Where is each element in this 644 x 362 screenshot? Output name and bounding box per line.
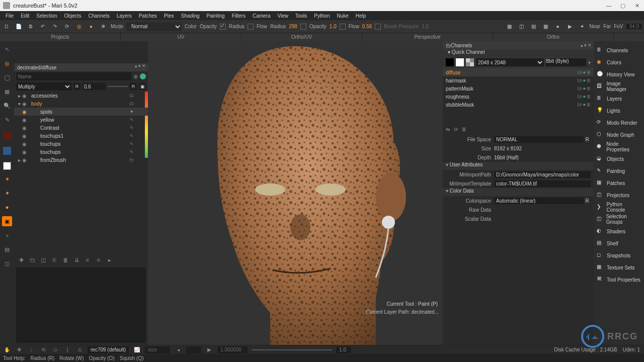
- add-tool-icon[interactable]: ＋: [2, 230, 12, 240]
- qc-swatch-white[interactable]: [456, 58, 464, 66]
- lock-icon[interactable]: ▣: [139, 83, 146, 90]
- warn-icon[interactable]: ⚠: [75, 346, 84, 354]
- layer-row-yellow[interactable]: yellow✎: [14, 116, 148, 124]
- layer-row-touchups1[interactable]: touchups1✎: [14, 132, 148, 140]
- opacity2-checkbox[interactable]: [300, 24, 306, 30]
- close-button[interactable]: ✕: [630, 0, 644, 11]
- tab-ortho-uv[interactable]: Ortho/UV: [242, 33, 362, 41]
- shelf-layers[interactable]: ≣Layers: [594, 93, 644, 105]
- orbit-icon[interactable]: ◇: [51, 346, 59, 354]
- white-swatch[interactable]: [3, 162, 11, 170]
- check-icon[interactable]: ▩: [541, 22, 550, 31]
- shelf-objects[interactable]: ◒Objects: [594, 153, 644, 165]
- down-icon[interactable]: ↓: [27, 346, 35, 354]
- menu-channels[interactable]: Channels: [85, 13, 113, 19]
- menu-painting[interactable]: Painting: [203, 13, 228, 19]
- qc-swatch-checker[interactable]: [466, 58, 474, 66]
- shelf-image-manager[interactable]: 🖼Image Manager: [594, 80, 644, 93]
- delete-layer-icon[interactable]: 🗑: [61, 257, 69, 263]
- mritemplate-value[interactable]: color-TM$UDIM.tif: [494, 180, 591, 187]
- end-frame-field[interactable]: 1.0: [336, 346, 351, 353]
- layer-row-touchups-a[interactable]: touchups✎: [14, 140, 148, 148]
- secondary-color-swatch[interactable]: [3, 147, 11, 155]
- flow2-checkbox[interactable]: [340, 24, 346, 30]
- chan-list-icon[interactable]: ≣: [462, 127, 466, 132]
- panel-close-icon[interactable]: ✕: [142, 63, 146, 68]
- layer-row-body[interactable]: ▾body🗀: [14, 100, 148, 108]
- menu-filters[interactable]: Filters: [228, 13, 249, 19]
- box-icon[interactable]: ◫: [2, 258, 12, 268]
- viewport-3d[interactable]: Current Tool : Paint (P) Current Layer P…: [148, 41, 443, 345]
- quick-channel-header[interactable]: ▾ Quick Channel: [443, 49, 594, 56]
- panel-menu-icon[interactable]: ▾: [138, 63, 141, 68]
- dot-icon[interactable]: ●: [87, 22, 96, 31]
- new-icon[interactable]: 🗋: [2, 22, 11, 31]
- qc-swatch-black[interactable]: [446, 58, 454, 66]
- pen-tool-icon[interactable]: ✎: [2, 115, 12, 125]
- mode-select[interactable]: Normal: [126, 22, 182, 31]
- menu-ptex[interactable]: Ptex: [160, 13, 178, 19]
- shelf-snapshots[interactable]: ◻Snapshots: [594, 249, 644, 261]
- filter-icon[interactable]: ≡: [95, 257, 103, 263]
- tab-projects[interactable]: Projects: [0, 33, 121, 41]
- cube-icon[interactable]: ▦: [505, 22, 514, 31]
- paint-tool-icon[interactable]: ▣: [2, 216, 12, 226]
- shelf-lights[interactable]: 💡Lights: [594, 105, 644, 117]
- cube3-icon[interactable]: ▤: [529, 22, 538, 31]
- channel-roughness[interactable]: roughness16●⊞: [443, 93, 594, 101]
- size-select-bottom[interactable]: size: [145, 346, 170, 353]
- speed-field[interactable]: 1.000000: [217, 346, 248, 353]
- menu-python[interactable]: Python: [310, 13, 333, 19]
- opacity-checkbox[interactable]: [220, 24, 226, 30]
- menu2-icon[interactable]: ▾: [584, 43, 587, 48]
- refresh-icon[interactable]: ⟳: [62, 22, 71, 31]
- shelf-tool-properties[interactable]: 🛠Tool Properties: [594, 274, 644, 286]
- shelf-node-graph[interactable]: ⬡Node Graph: [594, 129, 644, 141]
- menu-layers[interactable]: Layers: [113, 13, 135, 19]
- user-attributes-header[interactable]: User Attributes: [443, 162, 594, 170]
- channel-stubblemask[interactable]: stubbleMask16●⊞: [443, 101, 594, 109]
- layer-row-fromzbrush[interactable]: ▸fromZbrush🗀: [14, 156, 148, 164]
- colorspace-select-bottom[interactable]: rec709 (default): [88, 346, 129, 353]
- menu-edit[interactable]: Edit: [17, 13, 33, 19]
- shelf-shaders[interactable]: ◐Shaders: [594, 225, 644, 237]
- play-bottom-icon[interactable]: ▶: [205, 346, 213, 354]
- blend-mode-select[interactable]: Multiply: [16, 82, 71, 90]
- channel-diffuse[interactable]: diffuse16●⊞: [443, 68, 594, 76]
- undo-icon[interactable]: ↶: [38, 22, 47, 31]
- tab-uv[interactable]: UV: [121, 33, 242, 41]
- qc-add-icon[interactable]: ▾: [588, 60, 591, 65]
- grid-tool-icon[interactable]: ▦: [2, 86, 12, 97]
- redo-icon[interactable]: ↷: [50, 22, 59, 31]
- tab-ortho[interactable]: Ortho: [493, 33, 614, 41]
- menu-objects[interactable]: Objects: [61, 13, 85, 19]
- pin-icon[interactable]: ▴: [135, 63, 137, 68]
- radius-value[interactable]: 298: [289, 24, 297, 29]
- tab-perspective[interactable]: Perspective: [362, 33, 493, 41]
- layer-row-contrast[interactable]: Contrast✎: [14, 124, 148, 132]
- play-icon[interactable]: ▶: [566, 22, 575, 31]
- circle-icon[interactable]: ◎: [74, 22, 84, 31]
- close2-icon[interactable]: ✕: [588, 43, 592, 48]
- sphere-icon[interactable]: ●: [553, 22, 562, 31]
- filespace-select[interactable]: NORMAL: [494, 136, 584, 143]
- menu-shading[interactable]: Shading: [178, 13, 203, 19]
- opacity-value[interactable]: 1.0: [330, 24, 337, 29]
- color-data-header[interactable]: Color Data: [443, 188, 594, 196]
- save-icon[interactable]: 🗎: [26, 22, 35, 31]
- shelf-selection-groups[interactable]: ◫Selection Groups: [594, 213, 644, 225]
- timeline-slider[interactable]: [252, 349, 332, 350]
- brush-pressure-checkbox[interactable]: [375, 24, 381, 30]
- menu-file[interactable]: File: [2, 13, 17, 19]
- shelf-shelf[interactable]: ▤Shelf: [594, 237, 644, 249]
- layer-opacity-input[interactable]: [83, 83, 106, 90]
- channel-patternmask[interactable]: patternMask16●⊞: [443, 84, 594, 93]
- chan-toggle-icon[interactable]: ⇆: [446, 127, 450, 132]
- radius-checkbox[interactable]: [248, 24, 254, 30]
- shelf-texture-sets[interactable]: ▦Texture Sets: [594, 261, 644, 274]
- shelf-modo-render[interactable]: ⟳Modo Render: [594, 117, 644, 129]
- colorspace-reset[interactable]: R: [584, 198, 591, 204]
- shelf-colors[interactable]: ◉Colors: [594, 56, 644, 68]
- menu-patches[interactable]: Patches: [135, 13, 160, 19]
- menu-tools[interactable]: Tools: [292, 13, 310, 19]
